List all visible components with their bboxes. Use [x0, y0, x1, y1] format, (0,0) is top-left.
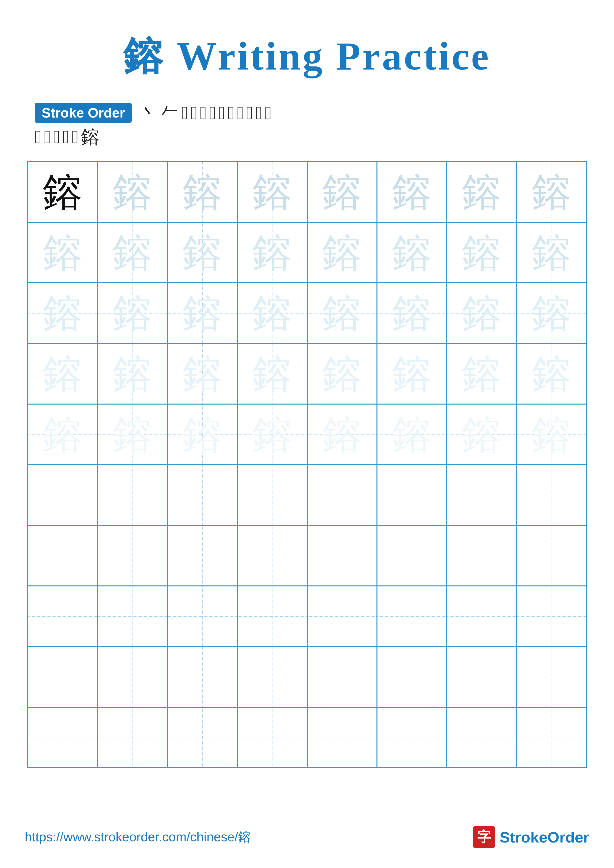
- grid-cell-r6c6[interactable]: [377, 465, 447, 525]
- page: 鎔 Writing Practice Stroke Order 丶 𠂉 𠂊 𠃌 …: [0, 0, 614, 868]
- grid-cell-r6c3[interactable]: [168, 465, 237, 525]
- grid-cell-r5c6[interactable]: 鎔: [377, 404, 447, 465]
- grid-cell-r1c2[interactable]: 鎔: [98, 161, 168, 222]
- grid-cell-r9c6[interactable]: [377, 646, 447, 707]
- grid-cell-r4c3[interactable]: 鎔: [168, 343, 237, 404]
- grid-cell-r2c7[interactable]: 鎔: [447, 222, 517, 283]
- grid-cell-r1c4[interactable]: 鎔: [237, 161, 307, 222]
- practice-char: 鎔: [392, 354, 432, 394]
- grid-cell-r4c5[interactable]: 鎔: [307, 343, 377, 404]
- grid-cell-r6c2[interactable]: [98, 465, 168, 525]
- grid-cell-r4c2[interactable]: 鎔: [98, 343, 168, 404]
- practice-char: 鎔: [43, 354, 82, 394]
- practice-char: 鎔: [43, 233, 82, 273]
- grid-cell-r2c5[interactable]: 鎔: [307, 222, 377, 283]
- grid-cell-r10c8[interactable]: [517, 707, 586, 768]
- grid-cell-r1c6[interactable]: 鎔: [377, 161, 447, 222]
- practice-char: 鎔: [532, 354, 571, 394]
- grid-cell-r9c4[interactable]: [237, 646, 307, 707]
- grid-cell-r4c7[interactable]: 鎔: [447, 343, 517, 404]
- practice-char: 鎔: [183, 293, 222, 333]
- grid-cell-r4c6[interactable]: 鎔: [377, 343, 447, 404]
- stroke-chars-row1: 丶 𠂉 𠂊 𠃌 𠂇 𠄌 𠄎 𠄏 𠄐 𠄑 𠄒 𠄓: [139, 104, 272, 122]
- grid-cell-r7c8[interactable]: [517, 525, 586, 586]
- grid-cell-r10c3[interactable]: [168, 707, 237, 768]
- practice-char: 鎔: [322, 354, 362, 394]
- stroke-char-15: 𠄖: [53, 128, 60, 146]
- grid-cell-r5c2[interactable]: 鎔: [98, 404, 168, 465]
- grid-cell-r8c5[interactable]: [307, 586, 377, 646]
- grid-cell-r9c3[interactable]: [168, 646, 237, 707]
- grid-cell-r1c3[interactable]: 鎔: [168, 161, 237, 222]
- grid-cell-r10c7[interactable]: [447, 707, 517, 768]
- stroke-char-10: 𠄑: [246, 104, 253, 122]
- grid-cell-r8c3[interactable]: [168, 586, 237, 646]
- grid-cell-r6c7[interactable]: [447, 465, 517, 525]
- grid-cell-r6c5[interactable]: [307, 465, 377, 525]
- grid-cell-r3c4[interactable]: 鎔: [237, 283, 307, 343]
- grid-cell-r3c5[interactable]: 鎔: [307, 283, 377, 343]
- grid-cell-r9c5[interactable]: [307, 646, 377, 707]
- grid-cell-r7c6[interactable]: [377, 525, 447, 586]
- grid-cell-r7c2[interactable]: [98, 525, 168, 586]
- grid-cell-r2c3[interactable]: 鎔: [168, 222, 237, 283]
- practice-char: 鎔: [113, 172, 152, 212]
- grid-cell-r4c4[interactable]: 鎔: [237, 343, 307, 404]
- grid-cell-r9c7[interactable]: [447, 646, 517, 707]
- grid-cell-r5c8[interactable]: 鎔: [517, 404, 586, 465]
- grid-cell-r9c8[interactable]: [517, 646, 586, 707]
- grid-cell-r6c1[interactable]: [28, 465, 98, 525]
- stroke-char-1: 丶: [139, 104, 158, 122]
- grid-cell-r6c8[interactable]: [517, 465, 586, 525]
- grid-cell-r2c8[interactable]: 鎔: [517, 222, 586, 283]
- grid-cell-r5c5[interactable]: 鎔: [307, 404, 377, 465]
- stroke-char-6: 𠄌: [209, 104, 216, 122]
- grid-cell-r2c2[interactable]: 鎔: [98, 222, 168, 283]
- grid-cell-r9c1[interactable]: [28, 646, 98, 707]
- grid-cell-r3c2[interactable]: 鎔: [98, 283, 168, 343]
- grid-cell-r4c1[interactable]: 鎔: [28, 343, 98, 404]
- grid-cell-r2c6[interactable]: 鎔: [377, 222, 447, 283]
- logo-icon: 字: [473, 826, 495, 848]
- grid-cell-r10c5[interactable]: [307, 707, 377, 768]
- grid-cell-r9c2[interactable]: [98, 646, 168, 707]
- grid-cell-r1c5[interactable]: 鎔: [307, 161, 377, 222]
- grid-cell-r3c7[interactable]: 鎔: [447, 283, 517, 343]
- grid-cell-r6c4[interactable]: [237, 465, 307, 525]
- grid-cell-r7c3[interactable]: [168, 525, 237, 586]
- grid-cell-r4c8[interactable]: 鎔: [517, 343, 586, 404]
- footer: https://www.strokeorder.com/chinese/鎔 字 …: [0, 826, 614, 848]
- grid-cell-r10c4[interactable]: [237, 707, 307, 768]
- grid-cell-r8c4[interactable]: [237, 586, 307, 646]
- grid-cell-r7c1[interactable]: [28, 525, 98, 586]
- grid-cell-r5c4[interactable]: 鎔: [237, 404, 307, 465]
- grid-cell-r2c1[interactable]: 鎔: [28, 222, 98, 283]
- grid-cell-r8c2[interactable]: [98, 586, 168, 646]
- grid-cell-r1c7[interactable]: 鎔: [447, 161, 517, 222]
- grid-cell-r7c7[interactable]: [447, 525, 517, 586]
- grid-cell-r5c7[interactable]: 鎔: [447, 404, 517, 465]
- grid-cell-r3c3[interactable]: 鎔: [168, 283, 237, 343]
- grid-cell-r10c1[interactable]: [28, 707, 98, 768]
- grid-cell-r7c4[interactable]: [237, 525, 307, 586]
- grid-cell-r5c3[interactable]: 鎔: [168, 404, 237, 465]
- practice-char: 鎔: [113, 233, 152, 273]
- practice-char: 鎔: [532, 233, 571, 273]
- grid-cell-r8c8[interactable]: [517, 586, 586, 646]
- grid-cell-r5c1[interactable]: 鎔: [28, 404, 98, 465]
- stroke-char-11: 𠄒: [255, 104, 262, 122]
- grid-cell-r3c6[interactable]: 鎔: [377, 283, 447, 343]
- grid-cell-r3c8[interactable]: 鎔: [517, 283, 586, 343]
- grid-cell-r10c6[interactable]: [377, 707, 447, 768]
- grid-cell-r10c2[interactable]: [98, 707, 168, 768]
- grid-cell-r7c5[interactable]: [307, 525, 377, 586]
- stroke-char-17: 𠄘: [72, 128, 79, 146]
- grid-cell-r8c7[interactable]: [447, 586, 517, 646]
- grid-cell-r2c4[interactable]: 鎔: [237, 222, 307, 283]
- grid-cell-r8c6[interactable]: [377, 586, 447, 646]
- grid-cell-r8c1[interactable]: [28, 586, 98, 646]
- grid-cell-r1c1[interactable]: 鎔: [28, 161, 98, 222]
- grid-cell-r1c8[interactable]: 鎔: [517, 161, 586, 222]
- footer-url[interactable]: https://www.strokeorder.com/chinese/鎔: [25, 828, 251, 846]
- grid-cell-r3c1[interactable]: 鎔: [28, 283, 98, 343]
